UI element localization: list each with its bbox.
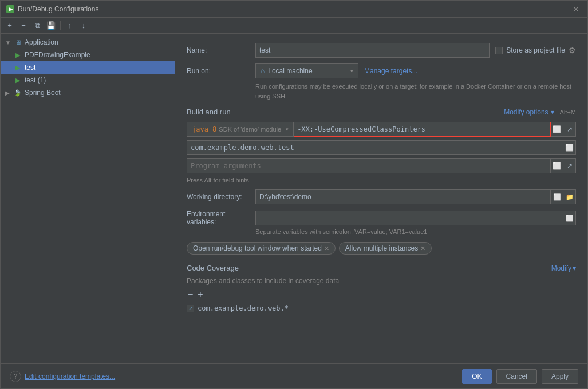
right-panel: Name: Store as project file ⚙ Run on: ⌂ … [175,34,587,363]
coverage-header: Code Coverage Modify ▾ [187,264,576,272]
run-hint-text: Run configurations may be executed local… [255,82,576,101]
program-args-input[interactable] [187,158,551,173]
working-dir-input[interactable] [255,189,551,204]
allow-multiple-tag: Allow multiple instances ✕ [339,242,432,255]
footer-left: ? Edit configuration templates... [10,371,115,382]
run-on-label: Run on: [187,67,255,75]
toolbar-separator [60,21,61,30]
coverage-desc: Packages and classes to include in cover… [187,277,576,285]
main-class-expand-icon[interactable]: ⬜ [563,140,576,155]
move-up-button[interactable]: ↑ [64,20,76,31]
spring-icon: 🍃 [13,88,22,97]
coverage-modify-button[interactable]: Modify ▾ [551,264,576,272]
coverage-item: ✓ com.example.demo.web.* [187,303,576,313]
build-run-section-header: Build and run Modify options ▾ Alt+M [187,108,576,116]
pdfdrawing-label: PDFDrawingExample [25,51,90,59]
store-gear-icon[interactable]: ⚙ [569,46,576,55]
build-run-title: Build and run [187,108,231,116]
coverage-add-button[interactable]: + [196,289,204,300]
main-content: ▼ 🖥 Application ▶ PDFDrawingExample ▶ te… [1,34,587,363]
sidebar-item-test[interactable]: ▶ test [1,61,175,74]
modify-options-label: Modify options [504,108,548,116]
coverage-section: Code Coverage Modify ▾ Packages and clas… [187,264,576,313]
coverage-actions: − + [187,289,576,300]
springboot-label: Spring Boot [25,89,61,97]
open-debug-tag-label: Open run/debug tool window when started [193,244,322,252]
name-row: Name: Store as project file ⚙ [187,43,576,58]
edit-templates-link[interactable]: Edit configuration templates... [25,372,115,380]
main-class-row: ⬜ [187,140,576,155]
coverage-item-checkbox[interactable]: ✓ [187,305,194,312]
chevron-down-icon: ▾ [551,108,554,116]
modify-options-button[interactable]: Modify options ▾ Alt+M [504,108,576,116]
manage-targets-link[interactable]: Manage targets... [364,67,417,75]
run-on-row: Run on: ⌂ Local machine ▾ Manage targets… [187,63,576,78]
copy-config-button[interactable]: ⧉ [31,20,43,31]
save-config-button[interactable]: 💾 [45,20,57,31]
program-args-expand-icon[interactable]: ⬜ [551,158,563,173]
coverage-modify-label: Modify [551,264,571,272]
name-label: Name: [187,46,255,54]
coverage-remove-button[interactable]: − [187,289,194,300]
main-class-input[interactable] [187,140,563,155]
java-dropdown-arrow-icon: ▾ [286,126,289,132]
move-down-button[interactable]: ↓ [78,20,89,31]
application-icon: 🖥 [13,38,22,47]
cancel-button[interactable]: Cancel [496,369,537,384]
vm-options-input[interactable] [294,122,551,137]
apply-button[interactable]: Apply [542,369,578,384]
modify-options-shortcut: Alt+M [560,109,576,116]
sidebar-item-test1[interactable]: ▶ test (1) [1,74,175,86]
sidebar: ▼ 🖥 Application ▶ PDFDrawingExample ▶ te… [1,34,175,363]
working-dir-browse-icon[interactable]: 📁 [563,189,576,204]
store-as-project-label: Store as project file [506,46,565,54]
env-vars-expand-icon[interactable]: ⬜ [563,211,576,225]
working-dir-label: Working directory: [187,193,255,201]
test1-label: test (1) [25,76,46,84]
program-args-external-icon[interactable]: ↗ [563,158,576,173]
run-on-dropdown[interactable]: ⌂ Local machine ▾ [255,63,358,78]
store-as-project-checkbox[interactable] [495,47,503,54]
vm-options-expand-icon[interactable]: ⬜ [551,122,563,137]
remove-config-button[interactable]: − [18,20,29,31]
application-label: Application [25,38,58,46]
run-icon-test: ▶ [13,63,22,72]
allow-multiple-tag-close[interactable]: ✕ [420,245,425,252]
footer-right: OK Cancel Apply [462,369,578,384]
help-button[interactable]: ? [10,371,21,382]
open-debug-tag: Open run/debug tool window when started … [187,242,336,255]
vm-options-external-icon[interactable]: ↗ [563,122,576,137]
java-sdk-dropdown[interactable]: java 8 SDK of 'demo' module ▾ [187,122,294,137]
run-on-value: Local machine [268,67,312,75]
java-sdk-detail: SDK of 'demo' module [219,126,281,133]
home-icon: ⌂ [261,67,265,75]
sidebar-item-springboot[interactable]: ▶ 🍃 Spring Boot [1,86,175,99]
expand-arrow-springboot: ▶ [5,90,13,96]
close-button[interactable]: ✕ [570,5,582,14]
open-debug-tag-close[interactable]: ✕ [324,245,329,252]
program-args-row: ⬜ ↗ [187,158,576,173]
env-vars-input[interactable] [255,211,563,225]
dialog-icon: ▶ [6,5,14,13]
help-icon: ? [14,372,18,380]
check-mark-icon: ✓ [188,305,193,312]
allow-multiple-tag-label: Allow multiple instances [345,244,418,252]
env-sep-hint: Separate variables with semicolon: VAR=v… [255,228,576,235]
coverage-title: Code Coverage [187,264,239,272]
working-dir-expand-icon[interactable]: ⬜ [551,189,563,204]
java-label: java 8 [192,125,216,133]
run-debug-configurations-dialog: ▶ Run/Debug Configurations ✕ + − ⧉ 💾 ↑ ↓ [0,0,588,389]
run-icon-test1: ▶ [13,76,22,85]
footer: ? Edit configuration templates... OK Can… [1,363,587,388]
ok-button[interactable]: OK [462,369,491,384]
dialog-title: Run/Debug Configurations [18,5,98,13]
name-input[interactable] [255,43,490,58]
press-alt-hint: Press Alt for field hints [187,177,576,184]
store-checkbox-area: Store as project file ⚙ [495,46,576,55]
add-config-button[interactable]: + [4,20,15,31]
sidebar-item-application[interactable]: ▼ 🖥 Application [1,36,175,49]
title-bar-left: ▶ Run/Debug Configurations [6,5,98,13]
dropdown-arrow-icon: ▾ [350,68,353,74]
sidebar-item-pdfdrawing[interactable]: ▶ PDFDrawingExample [1,49,175,61]
coverage-modify-arrow-icon: ▾ [573,264,576,272]
